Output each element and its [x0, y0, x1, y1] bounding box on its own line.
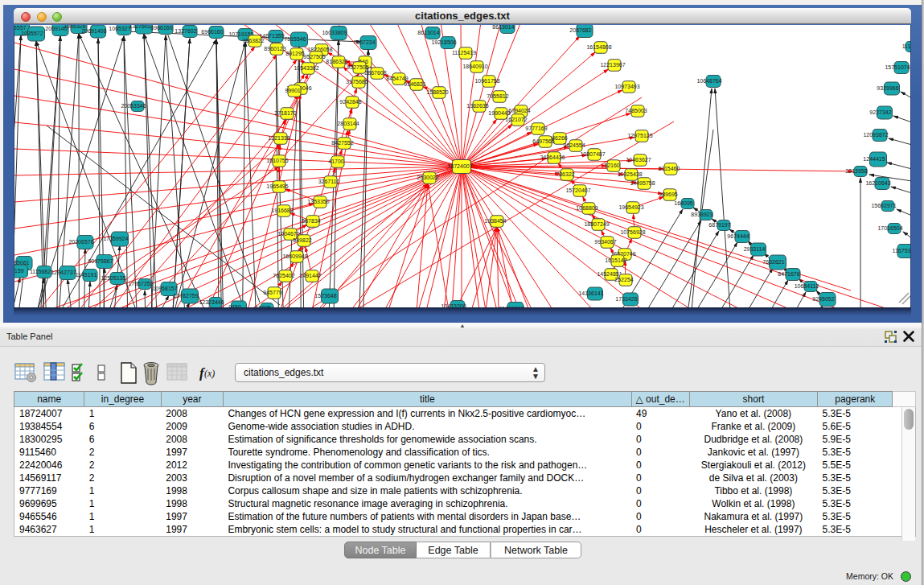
svg-text:1244415: 1244415 [863, 156, 885, 162]
svg-text:8938923: 8938923 [691, 212, 713, 217]
svg-text:989695: 989695 [659, 192, 677, 197]
svg-text:1491447: 1491447 [299, 273, 321, 278]
svg-text:62160: 62160 [604, 163, 620, 168]
svg-text:1065327: 1065327 [109, 26, 130, 31]
svg-text:8186323: 8186323 [326, 59, 347, 64]
svg-text:10543362: 10543362 [294, 65, 318, 71]
svg-text:7632621: 7632621 [762, 259, 784, 265]
svg-text:17359924: 17359924 [103, 236, 128, 241]
svg-text:8427552: 8427552 [331, 140, 353, 146]
svg-text:41700: 41700 [328, 159, 344, 164]
svg-text:13433200: 13433200 [441, 303, 466, 307]
svg-text:6966160: 6966160 [150, 25, 172, 31]
svg-text:9674444: 9674444 [727, 233, 749, 239]
svg-text:14495758: 14495758 [630, 180, 655, 186]
svg-text:1362635: 1362635 [466, 103, 488, 109]
svg-text:8613014: 8613014 [492, 25, 514, 30]
svg-text:15692971: 15692971 [871, 203, 896, 208]
svg-text:12093872: 12093872 [863, 132, 888, 138]
svg-text:1733426: 1733426 [615, 296, 637, 302]
svg-text:9227342: 9227342 [869, 109, 891, 115]
svg-text:10958157: 10958157 [152, 286, 177, 291]
svg-text:10654112: 10654112 [795, 283, 819, 289]
svg-text:10756928: 10756928 [620, 229, 645, 235]
svg-text:9146821: 9146821 [404, 81, 425, 87]
svg-text:587834: 587834 [302, 218, 320, 224]
svg-text:10807487: 10807487 [580, 151, 605, 157]
svg-text:16154808: 16154808 [586, 44, 611, 50]
svg-text:2803144: 2803144 [337, 121, 359, 126]
svg-text:9450: 9450 [228, 304, 241, 307]
svg-text:90975867: 90975867 [88, 258, 113, 264]
svg-text:8613014: 8613014 [417, 30, 439, 35]
svg-text:549822: 549822 [293, 237, 311, 243]
svg-text:7625402: 7625402 [273, 273, 294, 278]
svg-text:9777169: 9777169 [525, 126, 547, 131]
svg-text:39159: 39159 [14, 268, 24, 274]
svg-text:3267110: 3267110 [318, 179, 340, 184]
svg-text:9242848: 9242848 [339, 99, 361, 105]
svg-text:1938454: 1938454 [484, 218, 506, 224]
svg-text:116753: 116753 [893, 248, 911, 253]
svg-text:16210643: 16210643 [865, 180, 890, 186]
svg-text:103557: 103557 [14, 25, 27, 31]
svg-text:1327602: 1327602 [175, 28, 196, 34]
svg-text:15751074: 15751074 [885, 64, 910, 70]
svg-text:14524851: 14524851 [597, 271, 622, 277]
svg-text:786322: 786322 [556, 171, 574, 177]
svg-text:6879197: 6879197 [708, 222, 730, 228]
svg-text:1068809: 1068809 [576, 205, 598, 211]
svg-text:12323446: 12323446 [199, 299, 224, 305]
svg-text:1115682: 1115682 [30, 269, 51, 274]
svg-text:2933114: 2933114 [744, 246, 766, 252]
svg-text:18724007: 18724007 [447, 163, 472, 169]
svg-text:24364436: 24364436 [540, 154, 565, 160]
svg-text:3213958: 3213958 [845, 168, 867, 174]
svg-text:1353350: 1353350 [307, 199, 329, 204]
svg-text:2087682: 2087682 [569, 27, 591, 33]
svg-text:16095: 16095 [255, 305, 271, 307]
svg-text:19218506: 19218506 [431, 39, 456, 45]
svg-text:252254: 252254 [614, 277, 633, 282]
svg-text:10961758: 10961758 [474, 78, 499, 84]
svg-text:99901: 99901 [285, 88, 301, 93]
svg-text:11125419: 11125419 [452, 50, 476, 56]
svg-text:9329966: 9329966 [877, 85, 898, 91]
svg-text:9934067: 9934067 [594, 239, 616, 245]
svg-text:(x): (x) [204, 368, 215, 379]
svg-text:1221338: 1221338 [268, 135, 290, 141]
svg-text:6966160: 6966160 [201, 29, 223, 35]
svg-text:20691406: 20691406 [81, 28, 106, 34]
svg-text:17957253: 17957253 [128, 281, 153, 286]
svg-text:1615142: 1615142 [605, 257, 626, 263]
svg-text:1621072: 1621072 [505, 117, 527, 122]
svg-text:9527505: 9527505 [303, 54, 325, 60]
svg-text:12213967: 12213967 [600, 62, 625, 68]
svg-text:9245052: 9245052 [812, 296, 834, 302]
svg-text:14136141: 14136141 [578, 290, 603, 296]
svg-text:18807249: 18807249 [584, 221, 609, 227]
svg-text:10782759: 10782759 [173, 293, 198, 299]
svg-text:1112: 1112 [902, 43, 911, 49]
svg-text:9115460: 9115460 [659, 166, 680, 171]
svg-text:20206576: 20206576 [68, 239, 93, 245]
svg-text:1573648: 1573648 [314, 293, 336, 299]
svg-text:9527505: 9527505 [347, 64, 368, 70]
svg-text:12942737: 12942737 [51, 270, 76, 275]
svg-text:16033809: 16033809 [322, 30, 347, 35]
svg-text:7857234: 7857234 [353, 39, 375, 45]
svg-text:7485003: 7485003 [625, 108, 647, 113]
svg-text:6497565: 6497565 [532, 138, 554, 144]
svg-text:8471676: 8471676 [778, 271, 799, 277]
svg-text:1965495: 1965495 [266, 183, 288, 189]
svg-text:91769367: 91769367 [499, 306, 524, 307]
svg-text:15720407: 15720407 [565, 187, 590, 193]
svg-text:2718170: 2718170 [274, 110, 296, 116]
svg-text:8960123: 8960123 [264, 46, 285, 51]
svg-text:10648764: 10648764 [696, 78, 721, 84]
svg-text:16409948: 16409948 [282, 253, 307, 259]
svg-text:945779: 945779 [263, 290, 281, 295]
svg-text:1916682: 1916682 [271, 208, 293, 213]
svg-text:7515546: 7515546 [284, 36, 306, 42]
svg-text:1610755: 1610755 [266, 158, 288, 163]
